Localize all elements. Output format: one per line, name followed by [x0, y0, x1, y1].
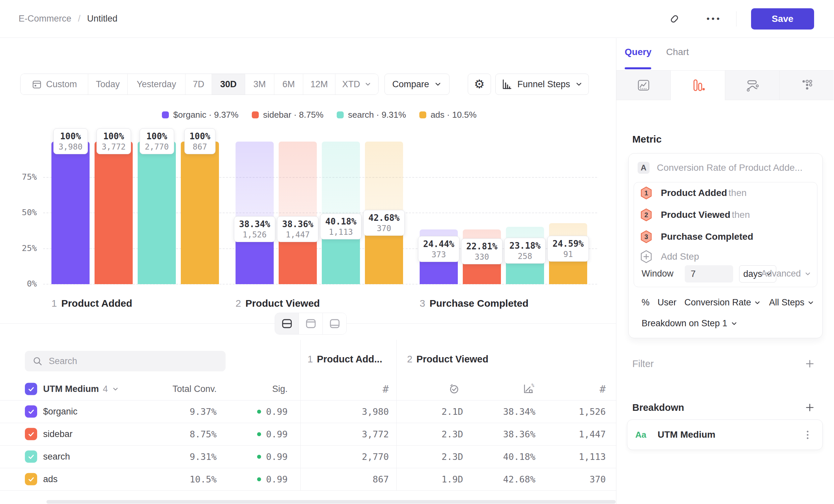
layout-bottom-icon	[328, 317, 341, 330]
bar-percent: 24.44%	[423, 238, 455, 250]
table-row[interactable]: sidebar8.75%0.993,7722.3D38.36%1,447	[0, 423, 616, 445]
step-number: 3	[420, 298, 425, 309]
metric-title-row[interactable]: A Conversion Rate of Product Adde...	[638, 162, 803, 174]
row-total-conv: 9.37%	[190, 407, 217, 417]
chevron-down-icon	[804, 270, 811, 277]
advanced-toggle[interactable]: Advanced	[761, 269, 811, 279]
row-avg-time: 2.3D	[442, 429, 463, 439]
count-column-icon[interactable]: #	[382, 383, 389, 395]
row-significance: 0.99	[257, 429, 288, 439]
layout-table-only-button[interactable]	[323, 313, 346, 334]
bar-percent: 38.34%	[239, 219, 270, 230]
conversion-window-row: Window days Advanced	[642, 265, 811, 282]
bar-count: 91	[553, 249, 584, 259]
kebab-menu-icon[interactable]	[805, 429, 810, 441]
funnel-bar[interactable]	[138, 142, 176, 284]
bar-count: 330	[466, 252, 498, 262]
save-button[interactable]: Save	[751, 8, 814, 29]
add-step-hexagon-icon	[640, 250, 652, 263]
chart-type-line-tab[interactable]	[616, 71, 671, 100]
search-icon	[32, 356, 43, 366]
query-step-name: Purchase Completed	[661, 231, 753, 242]
measure-metric-dropdown[interactable]: Conversion Rate	[684, 297, 761, 308]
bar-percent: 100%	[58, 131, 82, 142]
tab-query[interactable]: Query	[625, 47, 652, 58]
add-step-button[interactable]: Add Step	[640, 250, 699, 263]
table-row[interactable]: ads10.5%0.998671.9D42.68%370	[0, 468, 616, 491]
layout-split-button[interactable]	[275, 313, 299, 334]
total-conv-column-header[interactable]: Total Conv.	[173, 384, 217, 394]
table-row[interactable]: search9.31%0.992,7702.3D40.18%1,113	[0, 445, 616, 468]
select-all-checkbox[interactable]	[25, 383, 37, 395]
query-step-1[interactable]: 1Product Added then	[640, 186, 747, 200]
horizontal-scrollbar[interactable]	[46, 500, 616, 504]
breadcrumb-project[interactable]: E-Commerce	[19, 14, 71, 24]
step-connector: then	[728, 188, 747, 198]
row-checkbox[interactable]	[25, 406, 37, 418]
row-checkbox[interactable]	[25, 428, 37, 440]
row-conv-rate: 38.36%	[503, 429, 535, 439]
table-column-divider	[396, 340, 397, 491]
bar-count: 1,526	[239, 230, 270, 240]
table-row[interactable]: $organic9.37%0.993,9802.1D38.34%1,526	[0, 400, 616, 423]
search-input[interactable]	[48, 356, 225, 367]
funnel-bar[interactable]	[51, 142, 90, 284]
row-step1-count: 3,980	[362, 407, 389, 417]
conversion-rate-column-icon[interactable]: %	[522, 382, 535, 395]
bar-value-label: 24.59%91	[547, 236, 589, 261]
sig-column-header[interactable]: Sig.	[272, 384, 288, 394]
bar-value-label: 38.36%1,447	[277, 216, 319, 242]
row-name: ads	[43, 474, 58, 484]
tab-chart[interactable]: Chart	[666, 47, 689, 58]
add-filter-button[interactable]	[803, 357, 816, 370]
bar-value-label: 24.44%373	[418, 236, 460, 262]
step-name: Purchase Completed	[430, 298, 528, 309]
step-number-badge: 3	[640, 230, 652, 244]
funnel-bar[interactable]	[94, 142, 133, 284]
breakdown-column-header[interactable]: UTM Medium 4	[43, 384, 119, 394]
bar-count: 1,113	[325, 227, 357, 237]
bar-count: 373	[423, 250, 455, 260]
measure-entity[interactable]: User	[658, 297, 676, 308]
funnel-step-label: 3Purchase Completed	[420, 297, 528, 310]
window-label: Window	[642, 269, 674, 279]
window-value-input[interactable]	[685, 265, 733, 282]
line-chart-icon	[637, 78, 651, 92]
more-menu-button[interactable]: •••	[707, 14, 722, 24]
y-axis-tick: 0%	[10, 279, 37, 289]
y-axis-tick: 25%	[10, 244, 37, 253]
metric-badge: A	[638, 162, 650, 174]
flow-sankey-icon	[745, 78, 759, 92]
chevron-down-icon	[807, 299, 814, 306]
panel-tabs: Query Chart	[616, 38, 834, 70]
row-conv-rate: 40.18%	[503, 452, 535, 462]
topbar-divider	[736, 11, 737, 26]
breakdown-on-dropdown[interactable]: Breakdown on Step 1	[642, 318, 738, 328]
chart-type-flow-tab[interactable]	[725, 71, 779, 100]
row-total-conv: 9.31%	[190, 452, 217, 462]
chart-type-more-tab[interactable]	[779, 71, 834, 100]
report-content: CustomTodayYesterday7D30D3M6M12MXTD Comp…	[0, 38, 616, 504]
measure-scope-dropdown[interactable]: All Steps	[769, 297, 814, 308]
row-significance: 0.99	[257, 452, 288, 462]
add-breakdown-button[interactable]	[803, 401, 816, 414]
query-step-name: Product Added	[661, 188, 727, 198]
bar-percent: 100%	[145, 131, 169, 142]
query-step-3[interactable]: 3Purchase Completed	[640, 230, 753, 244]
funnel-bar[interactable]	[181, 142, 219, 284]
query-step-2[interactable]: 2Product Viewed then	[640, 208, 750, 222]
row-checkbox[interactable]	[25, 451, 37, 463]
filter-section: Filter	[632, 357, 816, 370]
table-group-header-step1: 1Product Add...	[308, 354, 382, 365]
converted-column-icon[interactable]: #	[599, 383, 606, 395]
bar-percent: 42.68%	[369, 212, 400, 224]
share-link-button[interactable]	[665, 10, 683, 28]
chart-type-funnel-tab[interactable]	[671, 71, 725, 100]
layout-chart-only-button[interactable]	[299, 313, 323, 334]
time-to-convert-column-icon[interactable]	[447, 382, 461, 395]
breakdown-item-card[interactable]: Aa UTM Medium	[627, 419, 823, 450]
link-icon	[668, 13, 681, 25]
breadcrumb-title[interactable]: Untitled	[87, 14, 118, 24]
row-checkbox[interactable]	[25, 473, 37, 485]
significance-dot	[257, 410, 261, 413]
